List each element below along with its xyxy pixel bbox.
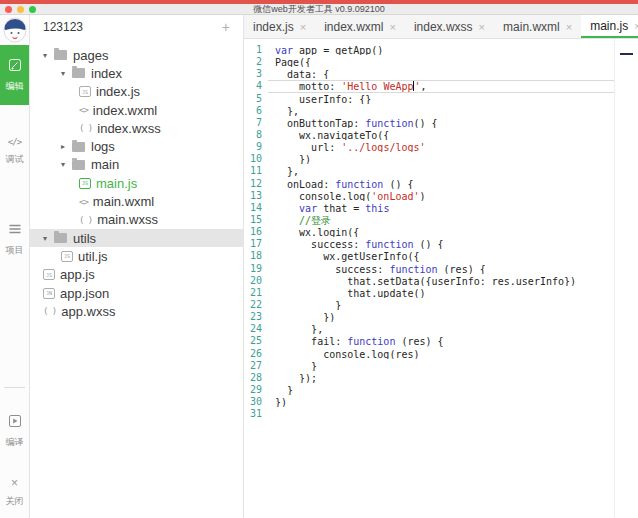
- code-line-3[interactable]: 3 data: {: [244, 68, 638, 80]
- sidebar-item-close[interactable]: ×关闭: [0, 473, 29, 508]
- code-line-5[interactable]: 5 userInfo: {}: [244, 93, 638, 105]
- tree-item-main[interactable]: ▾main: [30, 156, 243, 174]
- sidebar-item-debug[interactable]: </>调试: [0, 131, 29, 166]
- code-line-12[interactable]: 12 onLoad: function () {: [244, 178, 638, 190]
- code-line-15[interactable]: 15 //登录: [244, 214, 638, 226]
- line-number: 5: [244, 93, 262, 105]
- code-line-8[interactable]: 8 wx.navigateTo({: [244, 129, 638, 141]
- sidebar-item-compile[interactable]: 编译: [0, 414, 29, 449]
- tab-index.wxml[interactable]: index.wxml×: [315, 15, 405, 38]
- line-content: wx.getUserInfo({: [268, 250, 614, 262]
- chevron-down-icon[interactable]: ▾: [43, 234, 54, 243]
- code-line-30[interactable]: 30}): [244, 396, 638, 408]
- tree-item-main.js[interactable]: JSmain.js: [30, 174, 243, 192]
- js-file-icon: JS: [43, 269, 55, 280]
- code-lines: 1var app = getApp()2Page({3 data: {4 mot…: [244, 44, 638, 420]
- tree-item-label: main.js: [96, 176, 137, 191]
- tree-item-index.js[interactable]: JSindex.js: [30, 83, 243, 101]
- line-number: 21: [244, 287, 262, 299]
- code-line-4[interactable]: 4 motto: 'Hello WeApp',: [244, 80, 638, 92]
- sidebar-spacer: [0, 257, 29, 387]
- tree-item-pages[interactable]: ▾pages: [30, 46, 243, 64]
- chevron-down-icon[interactable]: ▾: [43, 51, 54, 60]
- editor-scrollbar-gutter[interactable]: [614, 39, 638, 518]
- tab-close-icon[interactable]: ×: [566, 21, 572, 33]
- code-line-14[interactable]: 14 var that = this: [244, 202, 638, 214]
- tree-item-app.wxss[interactable]: ( )app.wxss: [30, 302, 243, 320]
- add-file-button[interactable]: +: [222, 20, 243, 34]
- code-line-28[interactable]: 28 });: [244, 372, 638, 384]
- code-line-24[interactable]: 24 },: [244, 323, 638, 335]
- code-line-7[interactable]: 7 onButtonTap: function() {: [244, 117, 638, 129]
- code-line-11[interactable]: 11 },: [244, 165, 638, 177]
- tab-index.wxss[interactable]: index.wxss×: [405, 15, 494, 38]
- line-content: onButtonTap: function() {: [268, 117, 614, 129]
- tab-main.wxml[interactable]: main.wxml×: [494, 15, 581, 38]
- tree-item-label: utils: [73, 231, 96, 246]
- line-content: }): [268, 396, 614, 408]
- tree-item-utils[interactable]: ▾utils: [30, 229, 243, 247]
- code-editor[interactable]: 1var app = getApp()2Page({3 data: {4 mot…: [244, 39, 638, 518]
- tree-item-label: main.wxss: [97, 212, 158, 227]
- line-content: console.log(res): [268, 348, 614, 360]
- project-name: 123123: [30, 20, 222, 34]
- code-line-2[interactable]: 2Page({: [244, 56, 638, 68]
- code-line-18[interactable]: 18 wx.getUserInfo({: [244, 250, 638, 262]
- code-line-6[interactable]: 6 },: [244, 105, 638, 117]
- folder-icon: [54, 50, 67, 60]
- sidebar-item-label: 编译: [0, 436, 29, 449]
- code-line-17[interactable]: 17 success: function () {: [244, 238, 638, 250]
- app-window: 微信web开发者工具 v0.9.092100 编辑</>调试项目 编译×关闭: [0, 0, 638, 518]
- code-line-31[interactable]: 31: [244, 408, 638, 420]
- sidebar-bottom-nav: 编译×关闭: [0, 414, 29, 518]
- wxss-file-icon: ( ): [79, 215, 92, 225]
- folder-icon: [72, 142, 85, 152]
- code-line-19[interactable]: 19 success: function (res) {: [244, 263, 638, 275]
- sidebar-item-project[interactable]: 项目: [0, 222, 29, 257]
- tree-item-index.wxss[interactable]: ( )index.wxss: [30, 119, 243, 137]
- user-avatar[interactable]: [3, 17, 27, 43]
- tree-item-index.wxml[interactable]: <>index.wxml: [30, 101, 243, 119]
- tree-item-main.wxml[interactable]: <>main.wxml: [30, 192, 243, 210]
- tab-main.js[interactable]: main.js×: [581, 15, 638, 38]
- code-line-29[interactable]: 29 }: [244, 384, 638, 396]
- code-line-16[interactable]: 16 wx.login({: [244, 226, 638, 238]
- code-line-9[interactable]: 9 url: '../logs/logs': [244, 141, 638, 153]
- tree-item-app.js[interactable]: JSapp.js: [30, 266, 243, 284]
- tree-item-index[interactable]: ▾index: [30, 64, 243, 82]
- tab-index.js[interactable]: index.js×: [244, 15, 315, 38]
- close-window-button[interactable]: [5, 6, 12, 13]
- close-icon: ×: [11, 476, 18, 490]
- line-number: 25: [244, 335, 262, 347]
- code-line-25[interactable]: 25 fail: function (res) {: [244, 335, 638, 347]
- code-line-13[interactable]: 13 console.log('onLoad'): [244, 190, 638, 202]
- chevron-down-icon[interactable]: ▾: [61, 69, 72, 78]
- tab-close-icon[interactable]: ×: [479, 21, 485, 33]
- code-line-27[interactable]: 27 }: [244, 360, 638, 372]
- code-line-23[interactable]: 23 }): [244, 311, 638, 323]
- js-file-icon: JS: [79, 178, 91, 189]
- code-line-20[interactable]: 20 that.setData({userInfo: res.userInfo}…: [244, 275, 638, 287]
- tree-item-label: index.js: [96, 84, 140, 99]
- tree-item-main.wxss[interactable]: ( )main.wxss: [30, 211, 243, 229]
- tree-item-logs[interactable]: ▸logs: [30, 137, 243, 155]
- tree-item-app.json[interactable]: JNapp.json: [30, 284, 243, 302]
- code-line-21[interactable]: 21 that.update(): [244, 287, 638, 299]
- sidebar: 编辑</>调试项目 编译×关闭: [0, 15, 30, 518]
- tree-item-label: main: [91, 157, 119, 172]
- code-line-10[interactable]: 10 }): [244, 153, 638, 165]
- code-line-1[interactable]: 1var app = getApp(): [244, 44, 638, 56]
- code-line-26[interactable]: 26 console.log(res): [244, 348, 638, 360]
- line-content: [268, 408, 614, 420]
- chevron-right-icon[interactable]: ▸: [61, 142, 72, 151]
- tab-close-icon[interactable]: ×: [634, 20, 638, 32]
- tree-item-util.js[interactable]: JSutil.js: [30, 247, 243, 265]
- line-number: 16: [244, 226, 262, 238]
- sidebar-item-edit[interactable]: 编辑: [0, 45, 29, 105]
- chevron-down-icon[interactable]: ▾: [61, 160, 72, 169]
- code-line-22[interactable]: 22 }: [244, 299, 638, 311]
- tab-close-icon[interactable]: ×: [300, 21, 306, 33]
- zoom-window-button[interactable]: [29, 6, 36, 13]
- minimize-window-button[interactable]: [17, 6, 24, 13]
- tab-close-icon[interactable]: ×: [389, 21, 395, 33]
